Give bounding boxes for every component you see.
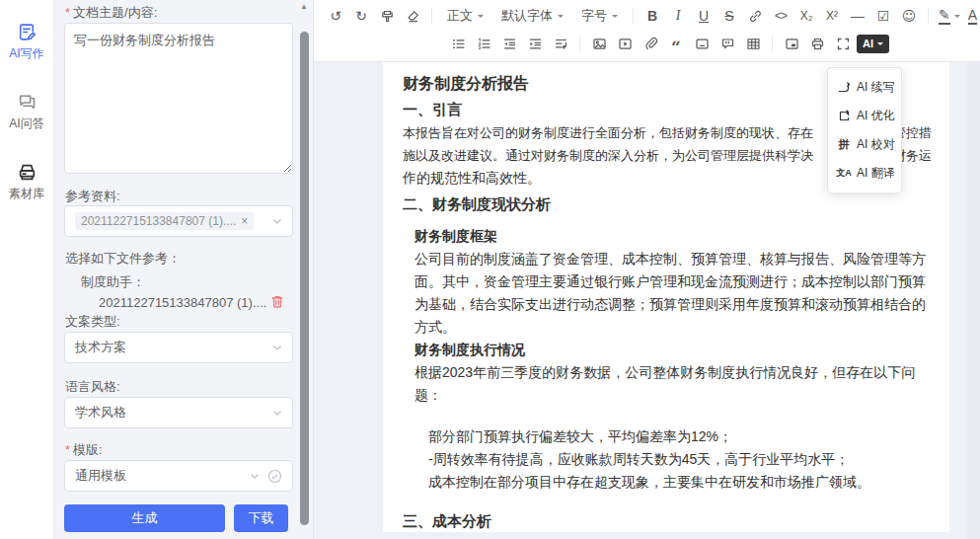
- emoji-icon[interactable]: ☺: [897, 4, 921, 28]
- menu-item-ai-translate[interactable]: 文A AI 翻译: [828, 159, 901, 188]
- sidebar-item-label: AI问答: [9, 116, 43, 132]
- redo-icon[interactable]: ↻: [349, 4, 373, 28]
- app-window: AI写作 AI问答 素材库: [0, 0, 980, 539]
- reference-label: 参考资料:: [65, 188, 120, 205]
- material-library-icon: [17, 162, 38, 183]
- template-select[interactable]: 通用模板: [64, 460, 293, 492]
- font-family-dropdown[interactable]: 默认字体: [493, 4, 571, 28]
- sidebar-item-material-library[interactable]: 素材库: [9, 162, 44, 202]
- menu-item-label: AI 优化: [857, 108, 895, 124]
- sidebar-item-ai-qa[interactable]: AI问答: [9, 92, 43, 132]
- scroll-up-icon[interactable]: ▲: [300, 2, 308, 11]
- language-style-value: 学术风格: [75, 404, 126, 422]
- ai-writing-icon: [17, 22, 38, 42]
- menu-item-label: AI 翻译: [857, 165, 895, 182]
- font-size-dropdown[interactable]: 字号: [573, 4, 626, 28]
- subscript-button[interactable]: X₂: [794, 4, 818, 28]
- tag-close-icon[interactable]: ×: [241, 214, 248, 228]
- language-style-select[interactable]: 学术风格: [64, 397, 293, 428]
- attachment-icon[interactable]: [639, 32, 662, 55]
- ai-continue-icon: [837, 81, 851, 94]
- font-color-button[interactable]: A: [965, 4, 980, 28]
- doc-paragraph: 根据2023年前三季度的财务数据，公司整体财务制度执行情况良好，但存在以下问题：: [415, 361, 930, 407]
- inline-code-button[interactable]: <>: [769, 4, 792, 28]
- indent-increase-icon[interactable]: [523, 32, 547, 55]
- underline-button[interactable]: U: [692, 4, 716, 28]
- doc-list-item: 成本控制在部分项目中存在超支现象，主要集中在研发和市场推广领域。: [428, 471, 930, 494]
- doc-type-select[interactable]: 技术方案: [64, 332, 293, 363]
- print-icon[interactable]: [805, 32, 829, 55]
- template-value: 通用模板: [75, 467, 126, 485]
- paragraph-style-dropdown[interactable]: 正文: [439, 4, 491, 28]
- form-scrollbar[interactable]: ▲: [299, 0, 311, 539]
- menu-item-label: AI 续写: [857, 79, 895, 96]
- todo-checkbox-icon[interactable]: ☑: [871, 4, 895, 28]
- link-icon[interactable]: [743, 4, 767, 28]
- code-block-icon[interactable]: [690, 32, 714, 55]
- writing-form-panel: *文档主题/内容: 写一份财务制度分析报告 参考资料: 202112271513…: [54, 0, 314, 539]
- format-painter-icon[interactable]: [375, 4, 399, 28]
- doc-paragraph: 公司目前的制度涵盖了资金管理、成本控制、预算管理、核算与报告、风险管理等方面。其…: [415, 248, 930, 339]
- required-asterisk: *: [65, 5, 70, 20]
- doc-list-item: 部分部门预算执行偏差较大，平均偏差率为12%；: [428, 425, 930, 448]
- template-label: *模版:: [65, 441, 103, 459]
- toolbar-row-2: “: [324, 30, 972, 57]
- required-asterisk: *: [65, 442, 70, 457]
- chevron-down-icon: [272, 216, 282, 226]
- superscript-button[interactable]: X²: [820, 4, 844, 28]
- sidebar-item-label: 素材库: [9, 186, 44, 202]
- topic-textarea[interactable]: 写一份财务制度分析报告: [64, 23, 293, 174]
- editor-area: ↺ ↻ 正文 默认字体 字号 B: [314, 0, 980, 539]
- editor-scrollbar-track[interactable]: [967, 62, 980, 539]
- doc-heading-3: 三、成本分析: [403, 509, 930, 533]
- reference-select[interactable]: 2021122715133847807 (1).... ×: [64, 205, 293, 237]
- generate-button[interactable]: 生成: [64, 504, 225, 532]
- comment-icon[interactable]: [716, 32, 739, 55]
- indent-decrease-icon[interactable]: [497, 32, 521, 55]
- caret-down-icon: [954, 15, 960, 21]
- assistant-label: 制度助手：: [81, 273, 145, 291]
- clear-format-eraser-icon[interactable]: [401, 4, 424, 28]
- menu-item-ai-proofread[interactable]: 拼 AI 校对: [828, 130, 901, 159]
- chevron-down-icon: [250, 471, 260, 481]
- doc-list-item: -周转效率有待提高，应收账款周转天数为45天，高于行业平均水平；: [428, 448, 930, 471]
- caret-down-icon: [877, 42, 883, 48]
- blockquote-icon[interactable]: “: [664, 32, 688, 55]
- reference-tag: 2021122715133847807 (1).... ×: [75, 212, 254, 230]
- italic-button[interactable]: I: [666, 4, 690, 28]
- caret-down-icon: [478, 15, 484, 21]
- embed-card-icon[interactable]: [780, 32, 803, 55]
- ai-translate-icon: 文A: [837, 167, 851, 180]
- insert-image-icon[interactable]: [587, 32, 611, 55]
- menu-item-ai-continue[interactable]: AI 续写: [828, 73, 901, 102]
- insert-video-icon[interactable]: [613, 32, 637, 55]
- file-reference-label: 选择如下文件参考：: [65, 250, 181, 268]
- caret-down-icon: [612, 15, 618, 21]
- ai-optimize-icon: [837, 110, 851, 122]
- toolbar-row-1: ↺ ↻ 正文 默认字体 字号 B: [324, 2, 972, 30]
- doc-subheading: 财务制度执行情况: [415, 339, 930, 361]
- fullscreen-icon[interactable]: [831, 32, 855, 55]
- ai-dropdown-button[interactable]: AI: [857, 35, 889, 53]
- sidebar-item-label: AI写作: [9, 45, 43, 62]
- download-button[interactable]: 下载: [234, 504, 288, 532]
- doc-heading-2: 二、财务制度现状分析: [403, 192, 930, 216]
- circle-check-icon: [267, 469, 282, 484]
- strikethrough-button[interactable]: S: [717, 4, 741, 28]
- bullet-list-icon[interactable]: [446, 32, 470, 55]
- highlight-color-button[interactable]: ✎: [936, 4, 963, 28]
- doc-subheading: 财务制度框架: [415, 225, 930, 248]
- scrollbar-thumb[interactable]: [300, 32, 309, 525]
- bold-button[interactable]: B: [641, 4, 664, 28]
- horizontal-rule-button[interactable]: —: [846, 4, 869, 28]
- icon-sidebar: AI写作 AI问答 素材库: [0, 0, 54, 539]
- line-break-icon[interactable]: [549, 32, 572, 55]
- ordered-list-icon[interactable]: [472, 32, 495, 55]
- insert-table-icon[interactable]: [741, 32, 765, 55]
- delete-file-icon[interactable]: [270, 294, 284, 313]
- file-name: 2021122715133847807 (1)....: [99, 295, 266, 310]
- ai-qa-icon: [17, 92, 38, 113]
- menu-item-ai-optimize[interactable]: AI 优化: [828, 102, 901, 130]
- undo-icon[interactable]: ↺: [324, 4, 347, 28]
- sidebar-item-ai-writing[interactable]: AI写作: [9, 22, 43, 62]
